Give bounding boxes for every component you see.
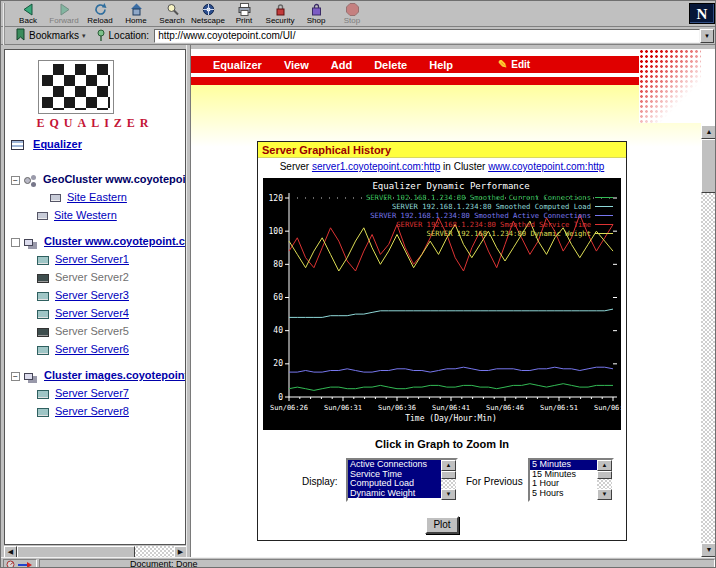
menu-item-delete[interactable]: Delete [374,59,407,71]
shop-bag-icon [309,2,324,16]
site-icon [37,212,48,220]
toolbar-button-label: Shop [307,16,326,25]
tree-item-label[interactable]: Site Western [54,209,117,221]
performance-graph[interactable]: 020406080100120Sun/06:26Sun/06:31Sun/06:… [263,178,621,430]
tree-item-label[interactable]: Server Server4 [55,307,129,319]
tree-expander-icon[interactable]: − [11,176,20,185]
search-icon [165,2,180,16]
toolbar-button-label: Security [266,16,295,25]
toolbar-button-home[interactable]: Home [118,1,154,26]
toolbar-button-label: Stop [344,16,360,25]
url-input[interactable] [154,29,700,43]
previous-listbox[interactable]: 5 Minutes15 Minutes1 Hour5 Hours▲▼ [528,458,614,502]
home-icon [129,2,144,16]
menu-item-edit[interactable]: ✎Edit [498,56,530,73]
location-label: Location: [109,30,150,41]
svg-text:60: 60 [273,293,283,302]
display-label: Display: [302,476,338,487]
menu-item-view[interactable]: View [284,59,309,71]
listbox-scrollbar[interactable]: ▲▼ [441,460,456,500]
toolbar-button-search[interactable]: Search [154,1,190,26]
listbox-scroll-thumb[interactable] [597,471,612,479]
equalizer-root-link[interactable]: Equalizer [33,138,82,150]
tree-item-cluster-images-coyotepoint-com: −Cluster images.coyotepoint.com: [5,366,185,384]
menu-item-equalizer[interactable]: Equalizer [213,59,262,71]
tree-expander-icon[interactable]: − [11,372,20,381]
listbox-scroll-track[interactable] [441,479,456,489]
subtitle-prefix: Server [280,161,309,172]
browser-window: BackForwardReloadHomeSearchNetscapePrint… [0,0,716,568]
svg-text:SERVER 192.168.1.234:80 Smooth: SERVER 192.168.1.234:80 Smoothed Current… [366,193,591,202]
toolbar-button-label: Back [19,16,37,25]
option-dynamic-weight[interactable]: Dynamic Weight [348,489,441,499]
listbox-scroll-down-button[interactable]: ▼ [441,489,456,500]
url-dropdown-button[interactable]: ▼ [700,29,714,43]
vertical-scroll-thumb[interactable] [701,139,716,193]
tree-item-label[interactable]: Server Server1 [55,253,129,265]
zoom-hint-text: Click in Graph to Zoom In [258,438,626,450]
toolbar-button-netscape[interactable]: Netscape [190,1,226,26]
tree-item-equalizer-root: Equalizer [11,138,82,150]
toolbar-grip[interactable] [3,3,8,25]
toolbar-button-label: Forward [49,16,78,25]
content-frame: EqualizerViewAddDeleteHelp✎Edit Server G… [191,49,701,557]
equalizer-logo-text: EQUALIZER [5,116,185,131]
listbox-scroll-thumb[interactable] [441,471,456,479]
toolbar-button-reload[interactable]: Reload [82,1,118,26]
tree-item-label[interactable]: Server Server3 [55,289,129,301]
menu-item-help[interactable]: Help [429,59,453,71]
cluster-link[interactable]: www.coyotepoint.com:http [488,161,604,172]
svg-text:80: 80 [273,260,283,269]
scroll-up-button[interactable]: ▲ [701,125,716,139]
svg-text:Equalizer Dynamic Performance: Equalizer Dynamic Performance [372,181,529,191]
display-listbox[interactable]: Active ConnectionsService TimeComputed L… [346,458,458,502]
listbox-scrollbar[interactable]: ▲▼ [597,460,612,500]
geocluster-icon [24,177,31,184]
plot-button[interactable]: Plot [425,516,459,534]
sidebar-frame: EQUALIZER Equalizer −GeoCluster www.coyo… [4,49,186,545]
tree-item-label[interactable]: Cluster images.coyotepoint.com: [44,369,185,381]
toolbar-button-shop[interactable]: Shop [298,1,334,26]
network-activity-icon [17,555,33,568]
server-icon [37,292,49,301]
svg-text:Sun/06:56: Sun/06:56 [594,404,621,412]
svg-text:Sun/06:46: Sun/06:46 [486,404,524,412]
svg-text:0: 0 [278,393,283,402]
listbox-scroll-up-button[interactable]: ▲ [597,460,612,471]
svg-text:Sun/06:36: Sun/06:36 [378,404,416,412]
stop-icon [345,2,360,16]
listbox-scroll-track[interactable] [597,479,612,489]
listbox-scroll-down-button[interactable]: ▼ [597,489,612,500]
server-icon [37,346,49,355]
menu-item-add[interactable]: Add [331,59,352,71]
content-vertical-scrollbar[interactable]: ▲ ▼ [701,125,716,557]
svg-text:100: 100 [269,227,284,236]
tree-expander-icon[interactable] [11,238,20,247]
site-icon [50,194,61,202]
halftone-corner-decoration [639,49,701,123]
bookmarks-button[interactable]: Bookmarks ▾ [10,28,91,44]
locationbar-grip[interactable] [3,25,8,47]
security-status-icon[interactable] [6,555,15,568]
forward-arrow-icon [57,2,72,16]
server-icon [37,390,49,399]
netscape-logo[interactable]: N [689,3,715,24]
toolbar-button-security[interactable]: Security [262,1,298,26]
toolbar-button-back[interactable]: Back [10,1,46,26]
tree-item-label[interactable]: Cluster www.coyotepoint.com:htt [44,235,185,247]
graph-panel: Server Graphical History Server server1.… [257,141,627,541]
tree-item-label[interactable]: Site Eastern [67,191,127,203]
tree-item-label[interactable]: Server Server8 [55,405,129,417]
scroll-down-button[interactable]: ▼ [701,543,716,557]
vertical-scroll-track[interactable] [701,193,716,543]
toolbar-button-print[interactable]: Print [226,1,262,26]
yellow-gradient-banner [191,85,701,147]
tree-item-label[interactable]: Server Server6 [55,343,129,355]
listbox-scroll-up-button[interactable]: ▲ [441,460,456,471]
tree-item-label[interactable]: Server Server7 [55,387,129,399]
server-link[interactable]: server1.coyotepoint.com:http [312,161,440,172]
print-icon [237,2,252,16]
navigation-tree: −GeoCluster www.coyotepoint.comSite East… [5,162,185,420]
option-5-hours[interactable]: 5 Hours [530,489,597,499]
svg-text:Sun/06:41: Sun/06:41 [432,404,470,412]
